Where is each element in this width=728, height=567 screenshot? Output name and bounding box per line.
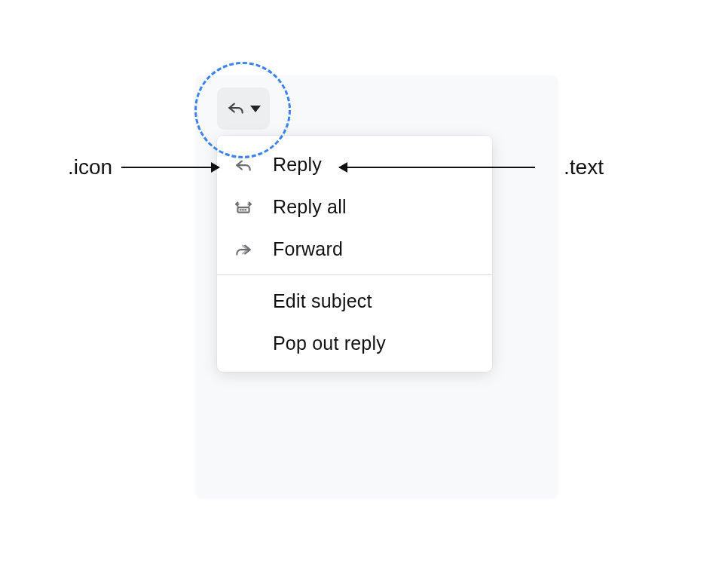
- menu-item-pop-out-reply[interactable]: Pop out reply: [217, 322, 492, 364]
- menu-separator: [217, 274, 492, 275]
- menu-item-label: Edit subject: [273, 290, 372, 312]
- reply-all-icon: [234, 197, 273, 216]
- annotation-text-pointer: .text: [339, 155, 604, 179]
- menu-item-label: Reply all: [273, 196, 347, 218]
- menu-item-label: Reply: [273, 154, 322, 176]
- forward-icon: [234, 239, 273, 259]
- menu-item-edit-subject[interactable]: Edit subject: [217, 280, 492, 322]
- menu-item-label: Forward: [273, 238, 343, 260]
- annotation-label: .icon: [68, 155, 112, 179]
- menu-item-forward[interactable]: Forward: [217, 228, 492, 270]
- reply-icon: [234, 155, 273, 174]
- menu-item-reply-all[interactable]: Reply all: [217, 185, 492, 228]
- annotation-icon-pointer: .icon: [68, 155, 219, 179]
- chevron-down-icon: [250, 106, 261, 112]
- annotation-label: .text: [564, 155, 604, 179]
- menu-item-label: Pop out reply: [273, 333, 386, 354]
- reply-dropdown-button[interactable]: [217, 87, 270, 130]
- reply-icon: [226, 97, 246, 120]
